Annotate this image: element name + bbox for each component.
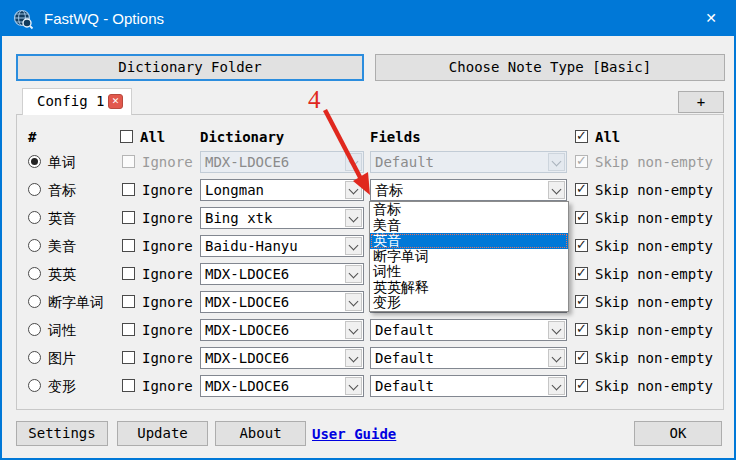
ignore-label: Ignore [142, 288, 193, 316]
chevron-down-icon [345, 293, 362, 311]
ignore-checkbox[interactable] [122, 267, 135, 280]
dropdown-item[interactable]: 词性 [370, 264, 568, 280]
dictionary-folder-button[interactable]: Dictionary Folder [16, 54, 364, 81]
skip-non-empty-checkbox[interactable] [575, 239, 588, 252]
ignore-label: Ignore [142, 260, 193, 288]
table-row: 图片 Ignore MDX-LDOCE6 Default Skip non-em… [2, 344, 736, 372]
ignore-checkbox[interactable] [122, 323, 135, 336]
dictionary-select[interactable]: MDX-LDOCE6 [200, 319, 364, 341]
window-title: FastWQ - Options [44, 2, 164, 36]
table-row: 变形 Ignore MDX-LDOCE6 Default Skip non-em… [2, 372, 736, 400]
word-type-label: 音标 [48, 176, 76, 204]
dictionary-select[interactable]: Baidu-Hanyu [200, 235, 364, 257]
close-button[interactable]: ✕ [688, 2, 734, 36]
skip-non-empty-checkbox[interactable] [575, 323, 588, 336]
dictionary-select[interactable]: MDX-LDOCE6 [200, 263, 364, 285]
skip-non-empty-label: Skip non-empty [595, 232, 713, 260]
tab-label: Config 1 [37, 89, 104, 114]
skip-non-empty-checkbox[interactable] [575, 155, 588, 168]
about-button[interactable]: About [215, 421, 306, 446]
ignore-checkbox[interactable] [122, 351, 135, 364]
fields-select-open[interactable]: 音标 [370, 179, 567, 201]
settings-button[interactable]: Settings [16, 421, 108, 446]
chevron-down-icon [548, 153, 565, 171]
dropdown-item[interactable]: 变形 [370, 295, 568, 311]
word-type-label: 变形 [48, 372, 76, 400]
fields-select[interactable]: Default [370, 319, 567, 341]
word-type-radio[interactable] [28, 351, 41, 364]
dropdown-item[interactable]: 英英解释 [370, 280, 568, 296]
column-header-fields: Fields [370, 126, 421, 148]
dropdown-item[interactable]: 音标 [370, 202, 568, 218]
skip-non-empty-checkbox[interactable] [575, 379, 588, 392]
word-type-radio[interactable] [28, 155, 41, 168]
choose-note-type-button[interactable]: Choose Note Type [Basic] [375, 54, 725, 81]
skip-non-empty-label: Skip non-empty [595, 372, 713, 400]
skip-non-empty-label: Skip non-empty [595, 260, 713, 288]
skip-non-empty-label: Skip non-empty [595, 344, 713, 372]
ignore-label: Ignore [142, 148, 193, 176]
ignore-checkbox[interactable] [122, 183, 135, 196]
dictionary-select[interactable]: MDX-LDOCE6 [200, 375, 364, 397]
fields-select[interactable]: Default [370, 375, 567, 397]
options-window: FastWQ - Options ✕ Dictionary Folder Cho… [0, 0, 736, 460]
ignore-checkbox[interactable] [122, 239, 135, 252]
column-header-dictionary: Dictionary [200, 126, 284, 148]
skip-non-empty-checkbox[interactable] [575, 211, 588, 224]
ok-button[interactable]: OK [634, 421, 722, 446]
tab-close-icon[interactable]: ✕ [108, 94, 123, 109]
ignore-checkbox[interactable] [122, 211, 135, 224]
table-row: 词性 Ignore MDX-LDOCE6 Default Skip non-em… [2, 316, 736, 344]
word-type-label: 断字单词 [48, 288, 104, 316]
chevron-down-icon [345, 321, 362, 339]
dropdown-item[interactable]: 断字单词 [370, 249, 568, 265]
word-type-label: 词性 [48, 316, 76, 344]
chevron-down-icon [345, 265, 362, 283]
skip-non-empty-checkbox[interactable] [575, 351, 588, 364]
word-type-radio[interactable] [28, 183, 41, 196]
dropdown-item[interactable]: 美音 [370, 218, 568, 234]
word-type-radio[interactable] [28, 239, 41, 252]
add-config-button[interactable]: + [678, 91, 724, 113]
dictionary-select[interactable]: MDX-LDOCE6 [200, 151, 364, 173]
ignore-label: Ignore [142, 176, 193, 204]
dictionary-select[interactable]: Bing xtk [200, 207, 364, 229]
all-skip-checkbox[interactable] [575, 130, 588, 143]
skip-non-empty-checkbox[interactable] [575, 267, 588, 280]
chevron-down-icon [548, 321, 565, 339]
skip-non-empty-checkbox[interactable] [575, 295, 588, 308]
chevron-down-icon [345, 377, 362, 395]
skip-non-empty-checkbox[interactable] [575, 183, 588, 196]
word-type-radio[interactable] [28, 379, 41, 392]
dictionary-select[interactable]: Longman [200, 179, 364, 201]
table-header: # All Dictionary Fields All [2, 126, 736, 148]
fields-select[interactable]: Default [370, 151, 567, 173]
chevron-down-icon [345, 237, 362, 255]
column-header-hash: # [28, 126, 36, 148]
chevron-down-icon [345, 209, 362, 227]
dictionary-select[interactable]: MDX-LDOCE6 [200, 347, 364, 369]
dictionary-select[interactable]: MDX-LDOCE6 [200, 291, 364, 313]
ignore-checkbox[interactable] [122, 155, 135, 168]
ignore-checkbox[interactable] [122, 379, 135, 392]
word-type-label: 英音 [48, 204, 76, 232]
update-button[interactable]: Update [117, 421, 208, 446]
table-row: 音标 Ignore Longman 音标 Skip non-empty [2, 176, 736, 204]
word-type-radio[interactable] [28, 211, 41, 224]
skip-non-empty-label: Skip non-empty [595, 204, 713, 232]
title-bar: FastWQ - Options ✕ [2, 2, 734, 36]
all-ignore-checkbox[interactable] [120, 130, 133, 143]
word-type-radio[interactable] [28, 267, 41, 280]
word-type-radio[interactable] [28, 295, 41, 308]
ignore-checkbox[interactable] [122, 295, 135, 308]
ignore-label: Ignore [142, 232, 193, 260]
ignore-label: Ignore [142, 372, 193, 400]
fields-select[interactable]: Default [370, 347, 567, 369]
column-header-all-right: All [595, 126, 620, 148]
user-guide-link[interactable]: User Guide [312, 423, 396, 445]
word-type-radio[interactable] [28, 323, 41, 336]
dropdown-item-highlighted[interactable]: 英音 [370, 233, 568, 249]
tab-config-1[interactable]: Config 1 ✕ [22, 88, 132, 115]
skip-non-empty-label: Skip non-empty [595, 148, 713, 176]
chevron-down-icon [548, 377, 565, 395]
